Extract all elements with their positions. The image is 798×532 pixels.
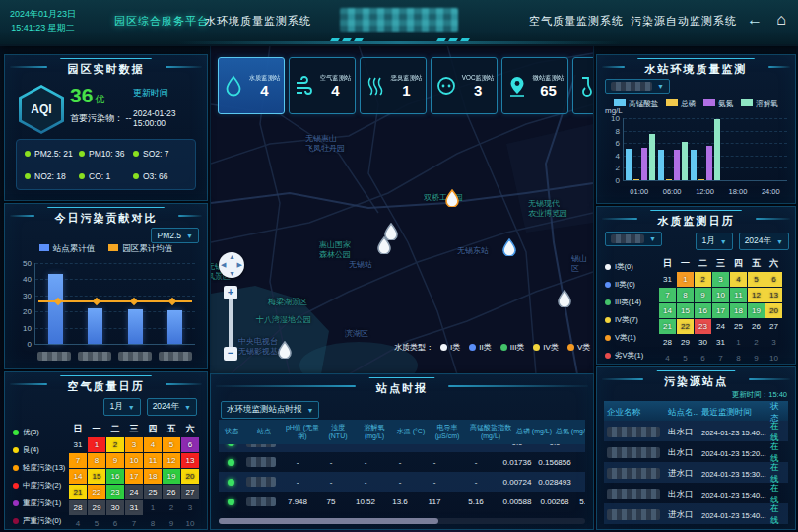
hourly-row[interactable]: 7.9487510.5213.61175.160.005880.002685.5… <box>219 492 585 511</box>
calendar-day[interactable]: 25 <box>730 319 747 334</box>
pan-left-icon[interactable]: ◀ <box>221 261 226 269</box>
pollution-row[interactable]: 进水口2024-01-23 15:30...在线 <box>604 462 788 483</box>
calendar-day[interactable]: 4 <box>69 516 87 531</box>
hourly-row[interactable]: ------0.007240.028493-- <box>219 472 585 492</box>
nav-pollution-source[interactable]: 污染源自动监测系统 <box>631 14 737 29</box>
calendar-day[interactable]: 6 <box>765 272 782 287</box>
pollution-row[interactable]: 出水口2024-01-23 15:20...在线 <box>604 441 788 462</box>
calendar-day[interactable]: 9 <box>695 288 711 302</box>
calendar-day[interactable]: 10 <box>712 288 729 302</box>
station-marker-white[interactable] <box>278 341 292 363</box>
calendar-day[interactable]: 3 <box>125 437 143 452</box>
calendar-day[interactable]: 24 <box>125 485 143 499</box>
calendar-day[interactable]: 25 <box>144 485 162 499</box>
month-select[interactable]: 1月▼ <box>696 233 732 250</box>
calendar-day[interactable]: 11 <box>144 453 162 468</box>
calendar-day[interactable]: 20 <box>181 469 199 484</box>
calendar-day[interactable]: 12 <box>748 288 765 302</box>
horizontal-scrollbar[interactable] <box>219 518 585 524</box>
calendar-day[interactable]: 1 <box>730 335 747 350</box>
calendar-day[interactable]: 26 <box>163 485 180 499</box>
pan-down-icon[interactable]: ▼ <box>229 270 235 277</box>
calendar-day[interactable]: 28 <box>69 500 87 515</box>
station-button-odor[interactable]: 恶臭监测站1 <box>360 57 427 114</box>
station-marker-orange[interactable] <box>445 189 459 211</box>
station-marker-white[interactable] <box>377 236 391 258</box>
calendar-day[interactable]: 4 <box>730 272 747 287</box>
hourly-row[interactable]: ------0.017360.156856-- <box>219 452 585 472</box>
pollution-row[interactable]: 出水口2024-01-23 15:40...在线 <box>604 483 788 503</box>
calendar-day[interactable]: 28 <box>659 335 676 350</box>
map[interactable]: 水质监测站4空气监测站4恶臭监测站1VOC监测站3微站监测站65污染源监测站6 … <box>210 44 594 375</box>
calendar-day[interactable]: 2 <box>748 335 765 350</box>
calendar-day[interactable]: 9 <box>106 453 124 468</box>
calendar-day[interactable]: 10 <box>765 351 782 366</box>
calendar-day[interactable]: 31 <box>125 500 143 515</box>
calendar-day[interactable]: 2 <box>106 437 124 452</box>
pollutant-select[interactable]: PM2.5▼ <box>151 228 199 243</box>
calendar-day[interactable]: 7 <box>69 453 87 468</box>
calendar-day[interactable]: 8 <box>88 453 105 468</box>
calendar-day[interactable]: 7 <box>125 516 143 531</box>
calendar-day[interactable]: 16 <box>106 469 124 484</box>
calendar-day[interactable]: 5 <box>88 516 105 531</box>
calendar-day[interactable]: 3 <box>181 500 199 515</box>
hourly-row[interactable]: ------0.00.0-- <box>219 444 585 452</box>
calendar-day[interactable]: 7 <box>712 351 729 366</box>
calendar-day[interactable]: 29 <box>88 500 105 515</box>
calendar-day[interactable]: 5 <box>163 437 180 452</box>
calendar-day[interactable]: 8 <box>144 516 162 531</box>
station-select[interactable]: ▼ <box>605 79 670 94</box>
calendar-day[interactable]: 30 <box>695 335 711 350</box>
calendar-day[interactable]: 6 <box>695 351 711 366</box>
year-select[interactable]: 2024年▼ <box>739 233 789 250</box>
calendar-day[interactable]: 11 <box>730 288 747 302</box>
calendar-day[interactable]: 20 <box>765 303 782 318</box>
calendar-day[interactable]: 31 <box>659 272 676 287</box>
calendar-day[interactable]: 4 <box>659 351 676 366</box>
calendar-day[interactable]: 23 <box>106 485 124 499</box>
zoom-out-button[interactable]: − <box>224 347 237 361</box>
calendar-day[interactable]: 14 <box>69 469 87 484</box>
calendar-day[interactable]: 4 <box>144 437 162 452</box>
calendar-day[interactable]: 2 <box>163 500 180 515</box>
calendar-day[interactable]: 29 <box>677 335 694 350</box>
pan-right-icon[interactable]: ▶ <box>237 261 242 269</box>
calendar-day[interactable]: 12 <box>163 453 180 468</box>
calendar-day[interactable]: 31 <box>69 437 87 452</box>
calendar-day[interactable]: 27 <box>765 319 782 334</box>
calendar-day[interactable]: 26 <box>748 319 765 334</box>
calendar-day[interactable]: 5 <box>748 272 765 287</box>
scrollbar-thumb[interactable] <box>219 518 438 524</box>
calendar-day[interactable]: 31 <box>712 335 729 350</box>
calendar-day[interactable]: 2 <box>695 272 711 287</box>
calendar-day[interactable]: 9 <box>163 516 180 531</box>
back-icon[interactable]: ← <box>747 11 763 29</box>
calendar-day[interactable]: 7 <box>659 288 676 302</box>
calendar-day[interactable]: 15 <box>88 469 105 484</box>
calendar-day[interactable]: 19 <box>748 303 765 318</box>
calendar-day[interactable]: 13 <box>181 453 199 468</box>
calendar-day[interactable]: 19 <box>163 469 180 484</box>
calendar-day[interactable]: 10 <box>181 516 199 531</box>
calendar-day[interactable]: 6 <box>181 437 199 452</box>
calendar-day[interactable]: 17 <box>125 469 143 484</box>
nav-park-platform[interactable]: 园区综合服务平台 <box>114 14 209 29</box>
calendar-day[interactable]: 8 <box>730 351 747 366</box>
station-button-voc[interactable]: VOC监测站3 <box>431 57 498 114</box>
calendar-day[interactable]: 22 <box>677 319 694 334</box>
home-icon[interactable]: ⌂ <box>776 11 786 29</box>
zoom-track[interactable] <box>229 299 233 347</box>
station-button-air[interactable]: 空气监测站4 <box>289 57 356 114</box>
calendar-day[interactable]: 18 <box>730 303 747 318</box>
map-pan-control[interactable]: ▲ ▼ ◀ ▶ <box>219 252 244 278</box>
calendar-day[interactable]: 22 <box>88 485 105 499</box>
calendar-day[interactable]: 9 <box>748 351 765 366</box>
calendar-day[interactable]: 21 <box>659 319 676 334</box>
pollution-row[interactable]: 出水口2024-01-23 15:40...在线 <box>604 421 788 441</box>
calendar-day[interactable]: 10 <box>125 453 143 468</box>
year-select[interactable]: 2024年▼ <box>147 398 197 416</box>
zoom-in-button[interactable]: + <box>224 286 237 299</box>
calendar-day[interactable]: 18 <box>144 469 162 484</box>
nav-air-quality[interactable]: 空气质量监测系统 <box>529 14 624 29</box>
